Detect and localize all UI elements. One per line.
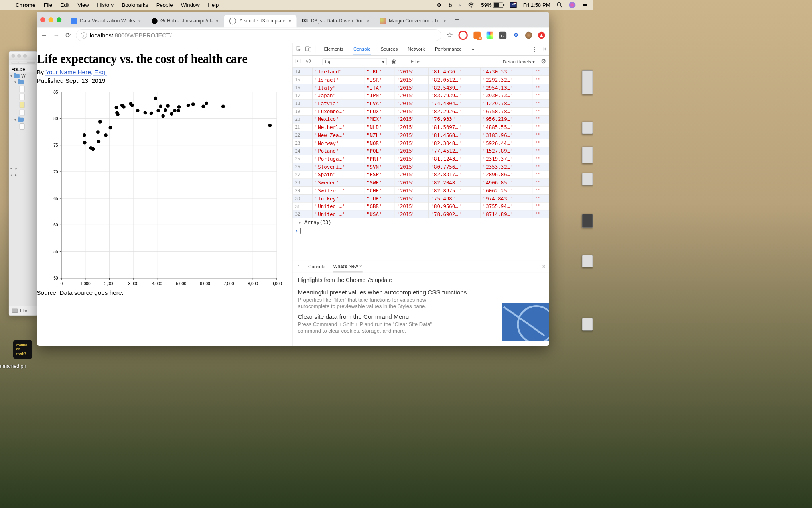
back-button[interactable]: ← — [41, 31, 47, 39]
forward-button[interactable]: → — [53, 31, 59, 39]
bookmark-star-icon[interactable]: ☆ — [447, 31, 453, 39]
close-icon[interactable]: × — [288, 18, 292, 24]
console-prompt[interactable]: › — [292, 226, 549, 261]
app-b-icon[interactable]: b — [448, 2, 452, 8]
menu-edit[interactable]: Edit — [60, 2, 69, 8]
tab-data-viz[interactable]: Data Visualization Works × — [66, 15, 146, 28]
context-selector[interactable]: top▾ — [323, 58, 387, 65]
menu-view[interactable]: View — [77, 2, 89, 8]
site-info-icon[interactable]: i — [81, 32, 87, 38]
menu-window[interactable]: Window — [181, 2, 200, 8]
desktop-thumbnail[interactable] — [582, 255, 593, 267]
close-icon[interactable]: × — [443, 18, 447, 24]
devtools-menu-icon[interactable]: ⋮ — [532, 46, 538, 53]
svg-point-0 — [471, 6, 472, 8]
author-link[interactable]: Your Name Here, Esq. — [45, 69, 107, 76]
ext-n-icon[interactable]: n. — [499, 32, 507, 39]
devtools-tab-network[interactable]: Network — [407, 43, 426, 55]
view-segmented-control[interactable] — [11, 62, 35, 63]
console-settings-icon[interactable]: ⚙ — [541, 58, 546, 65]
device-toolbar-icon[interactable] — [305, 46, 311, 53]
siri-icon[interactable] — [569, 2, 575, 8]
svg-text:7,000: 7,000 — [224, 282, 234, 286]
tab-d3js[interactable]: D3 D3.js - Data-Driven Doc × — [297, 15, 375, 28]
menu-history[interactable]: History — [97, 2, 114, 8]
wifi-icon[interactable] — [468, 2, 475, 8]
adblock-icon[interactable] — [458, 31, 467, 40]
desktop-thumbnail[interactable] — [582, 318, 593, 331]
notification-center-icon[interactable]: ≣ — [582, 2, 587, 9]
battery-status[interactable]: 59% — [481, 2, 503, 8]
reload-button[interactable]: ⟳ — [65, 31, 71, 39]
input-source-flag[interactable]: US — [510, 2, 517, 8]
window-controls[interactable] — [40, 17, 61, 22]
svg-text:3,000: 3,000 — [128, 282, 138, 286]
svg-text:8,000: 8,000 — [248, 282, 258, 286]
tree-row[interactable] — [9, 93, 37, 101]
profile-avatar[interactable] — [525, 32, 532, 39]
desktop-thumbnail[interactable] — [582, 147, 593, 163]
console-table[interactable]: 14"Ireland""IRL""2015""81.4536…""4730.33… — [292, 68, 549, 218]
drawer-tab-whatsnew[interactable]: What's New × — [333, 261, 363, 272]
inspect-element-icon[interactable] — [296, 46, 302, 53]
tab-d3-template[interactable]: A simple d3 template × — [224, 15, 296, 28]
tree-row[interactable] — [9, 85, 37, 93]
close-icon[interactable]: × — [366, 18, 369, 24]
svg-point-75 — [150, 112, 153, 115]
menu-bookmarks[interactable]: Bookmarks — [122, 2, 148, 8]
close-icon[interactable]: × — [216, 18, 219, 24]
devtools-tab-sources[interactable]: Sources — [380, 43, 398, 55]
bluetooth-icon[interactable]: ᚛ — [458, 2, 461, 9]
drawer-menu-icon[interactable]: ⋮ — [296, 264, 301, 269]
drawer-close-icon[interactable]: × — [542, 263, 546, 270]
svg-point-80 — [164, 108, 167, 112]
devtools-tab-performance[interactable]: Performance — [434, 43, 462, 55]
desktop-thumbnail[interactable] — [582, 173, 593, 186]
dock-app-icon[interactable]: wanna co-work? — [13, 340, 32, 359]
close-icon[interactable]: × — [138, 18, 141, 24]
globe-icon — [229, 18, 237, 25]
browser-toolbar: ← → ⟳ i localhost:8000/WEBPROJECT/ ☆ off… — [37, 28, 549, 43]
clock[interactable]: Fri 1:58 PM — [523, 2, 550, 8]
close-icon[interactable]: × — [359, 264, 362, 269]
honey-icon[interactable]: off — [473, 32, 481, 39]
spotlight-icon[interactable] — [557, 2, 563, 8]
tab-blocks[interactable]: Margin Convention - bl. × — [375, 15, 451, 28]
log-levels[interactable]: Default levels ▾ — [503, 59, 535, 64]
menu-help[interactable]: Help — [208, 2, 219, 8]
tree-row[interactable]: ▾W — [9, 72, 37, 79]
tree-row[interactable] — [9, 101, 37, 109]
clear-console-icon[interactable] — [306, 58, 311, 65]
new-tab-button[interactable]: + — [451, 15, 463, 24]
devtools-tab-elements[interactable]: Elements — [323, 43, 344, 55]
svg-text:55: 55 — [53, 249, 58, 254]
desktop-thumbnail[interactable] — [582, 214, 593, 228]
devtools-tab-console[interactable]: Console — [353, 43, 371, 55]
tab-github[interactable]: GitHub - chriscanipe/ut- × — [146, 15, 224, 28]
tree-row[interactable] — [9, 122, 37, 131]
tree-row[interactable]: ▾ — [9, 79, 37, 85]
desktop-file-label[interactable]: unnamed.pn — [0, 363, 26, 369]
desktop-thumbnail[interactable] — [582, 70, 593, 94]
dropbox-icon[interactable]: ❖ — [436, 2, 442, 9]
address-bar[interactable]: i localhost:8000/WEBPROJECT/ — [76, 29, 441, 41]
tree-row[interactable]: ▾ — [9, 117, 37, 123]
ext-red-icon[interactable]: ▲ — [538, 32, 545, 39]
desktop-thumbnail[interactable] — [582, 122, 593, 134]
drawer-tab-console[interactable]: Console — [308, 264, 325, 269]
console-array-summary[interactable]: Array(33) — [292, 218, 549, 226]
live-expression-icon[interactable]: ◉ — [391, 58, 396, 65]
console-sidebar-toggle[interactable] — [296, 59, 302, 65]
svg-point-88 — [201, 105, 205, 108]
console-filter[interactable] — [410, 59, 449, 65]
menu-file[interactable]: File — [44, 2, 52, 8]
svg-point-77 — [156, 109, 160, 112]
tree-row[interactable] — [9, 109, 37, 117]
devtools-tab-more[interactable]: » — [471, 43, 475, 55]
dropbox-ext-icon[interactable]: ❖ — [512, 32, 520, 39]
active-app-name[interactable]: Chrome — [16, 2, 36, 8]
devtools-close-icon[interactable]: × — [543, 46, 546, 53]
menu-people[interactable]: People — [156, 2, 173, 8]
ext-rainbow-icon[interactable] — [487, 32, 494, 39]
svg-text:60: 60 — [53, 223, 58, 227]
